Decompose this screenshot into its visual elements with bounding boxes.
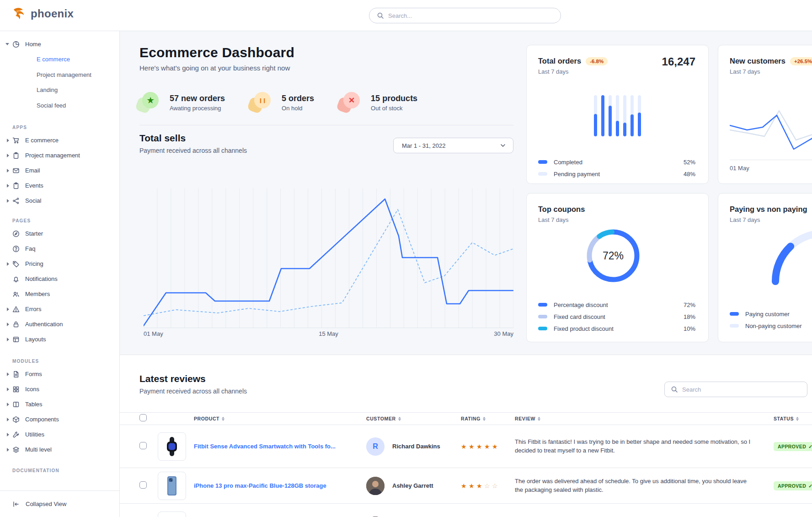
sidebar-item-label: Utilities bbox=[25, 431, 44, 438]
customer-name: Richard Dawkins bbox=[392, 443, 440, 450]
sidebar-subitem-e-commerce[interactable]: E commerce bbox=[0, 52, 119, 67]
sort-icon bbox=[483, 417, 486, 421]
caret-right-icon bbox=[0, 418, 12, 421]
sidebar-item-label: E commerce bbox=[25, 137, 59, 144]
caret-right-icon bbox=[0, 169, 12, 172]
box-icon bbox=[12, 416, 20, 423]
sidebar-item-notifications[interactable]: Notifications bbox=[0, 271, 119, 286]
phoenix-logo-icon bbox=[12, 6, 27, 21]
sidebar-item-label: Social bbox=[25, 197, 41, 204]
column-header-product[interactable]: PRODUCT bbox=[158, 416, 366, 421]
card-title: Paying vs non paying bbox=[730, 205, 807, 214]
dashboard-main: Ecommerce Dashboard Here's what's going … bbox=[120, 31, 812, 355]
column-header-rating[interactable]: RATING bbox=[461, 416, 515, 421]
sidebar-item-multi-level[interactable]: Multi level bbox=[0, 442, 119, 457]
product-thumbnail[interactable] bbox=[158, 472, 186, 500]
divider bbox=[139, 125, 513, 125]
reviews-search-input[interactable] bbox=[682, 386, 801, 393]
order-bar bbox=[601, 95, 604, 136]
search-icon bbox=[671, 386, 678, 393]
sidebar-subitem-landing[interactable]: Landing bbox=[0, 82, 119, 98]
sidebar-item-project-management[interactable]: Project management bbox=[0, 148, 119, 163]
table-row: ★★★★★☆ It's a Mac, after all. Once you'v… bbox=[120, 504, 812, 517]
sidebar-item-errors[interactable]: Errors bbox=[0, 302, 119, 317]
order-bar bbox=[623, 95, 626, 136]
column-header-review[interactable]: REVIEW bbox=[515, 416, 764, 421]
star-filled-icon: ★ bbox=[484, 443, 491, 450]
card-period: Last 7 days bbox=[538, 216, 697, 223]
cart-icon bbox=[12, 137, 20, 144]
sidebar-section-label: MODULES bbox=[0, 359, 119, 364]
legend-swatch bbox=[538, 327, 547, 330]
sidebar-item-faq[interactable]: Faq bbox=[0, 241, 119, 256]
caret-right-icon bbox=[0, 433, 12, 436]
grid-icon bbox=[12, 386, 20, 393]
question-icon bbox=[12, 245, 20, 253]
sidebar-item-label: Icons bbox=[25, 386, 39, 393]
product-link[interactable]: Fitbit Sense Advanced Smartwatch with To… bbox=[194, 443, 336, 450]
new-customers-chart bbox=[730, 107, 812, 160]
select-all-checkbox[interactable] bbox=[139, 414, 147, 421]
legend-row: Fixed product discount 10% bbox=[538, 323, 695, 334]
sidebar-item-e-commerce[interactable]: E commerce bbox=[0, 133, 119, 148]
product-thumbnail[interactable] bbox=[158, 512, 186, 517]
star-filled-icon: ★ bbox=[461, 443, 468, 450]
layers-icon bbox=[12, 446, 20, 453]
sidebar-item-components[interactable]: Components bbox=[0, 412, 119, 427]
legend-swatch bbox=[730, 312, 739, 316]
card-title: Top coupons bbox=[538, 205, 585, 214]
sidebar-item-utilities[interactable]: Utilities bbox=[0, 427, 119, 442]
brand-logo[interactable]: phoenix bbox=[12, 6, 74, 21]
sidebar-item-starter[interactable]: Starter bbox=[0, 226, 119, 241]
product-thumbnail[interactable] bbox=[158, 432, 186, 461]
sidebar-subitem-project-management[interactable]: Project management bbox=[0, 67, 119, 83]
sidebar-subitem-social-feed[interactable]: Social feed bbox=[0, 98, 119, 113]
caret-right-icon bbox=[0, 199, 12, 203]
sidebar-item-home[interactable]: Home bbox=[0, 37, 119, 52]
sidebar-item-events[interactable]: Events bbox=[0, 178, 119, 193]
sidebar-item-authentication[interactable]: Authentication bbox=[0, 317, 119, 332]
column-header-status[interactable]: STATUS bbox=[764, 416, 812, 421]
new-customers-card: New customers +26.5% Last 7 days 01 May bbox=[718, 45, 812, 184]
order-bar bbox=[638, 95, 641, 136]
caret-right-icon bbox=[0, 139, 12, 142]
row-checkbox[interactable] bbox=[139, 442, 147, 449]
star-icon: ★ bbox=[139, 92, 160, 113]
sidebar-item-members[interactable]: Members bbox=[0, 286, 119, 302]
legend-row: Paying customer bbox=[730, 308, 812, 320]
global-search-input[interactable] bbox=[388, 12, 553, 19]
previous-line bbox=[730, 111, 812, 140]
stat-label: On hold bbox=[282, 105, 314, 112]
page-title: Ecommerce Dashboard bbox=[139, 45, 513, 60]
legend-row: Pending payment 48% bbox=[538, 168, 695, 180]
avatar bbox=[366, 477, 385, 495]
column-header-customer[interactable]: CUSTOMER bbox=[366, 416, 461, 421]
file-icon bbox=[12, 371, 20, 378]
sidebar-item-email[interactable]: Email bbox=[0, 163, 119, 178]
tag-icon bbox=[12, 260, 20, 268]
legend-row: Non-paying customer bbox=[730, 320, 812, 332]
product-link[interactable]: iPhone 13 pro max-Pacific Blue-128GB sto… bbox=[194, 482, 326, 489]
top-navbar: phoenix bbox=[0, 0, 812, 31]
pause-icon: ❙❙ bbox=[251, 92, 272, 113]
legend-swatch bbox=[730, 324, 739, 328]
reviews-search[interactable] bbox=[664, 382, 807, 397]
date-range-select[interactable]: Mar 1 - 31, 2022 bbox=[393, 138, 513, 153]
stat-value: 57 new orders bbox=[170, 94, 225, 103]
collapsed-view-toggle[interactable]: Collapsed View bbox=[0, 490, 119, 517]
sidebar-item-tables[interactable]: Tables bbox=[0, 397, 119, 412]
sidebar-item-icons[interactable]: Icons bbox=[0, 382, 119, 397]
total-sells-x-axis: 01 May 15 May 30 May bbox=[144, 330, 513, 337]
total-orders-card: Total orders -6.8% Last 7 days 16,247 Co… bbox=[526, 45, 709, 184]
legend-swatch bbox=[538, 172, 547, 176]
stat-label: Out of stock bbox=[371, 105, 417, 112]
sidebar-item-social[interactable]: Social bbox=[0, 193, 119, 208]
sidebar-item-label: Layouts bbox=[25, 336, 46, 343]
total-sells-chart bbox=[144, 188, 513, 328]
global-search[interactable] bbox=[369, 8, 561, 23]
sidebar-item-forms[interactable]: Forms bbox=[0, 366, 119, 382]
row-checkbox[interactable] bbox=[139, 481, 147, 489]
sidebar-item-layouts[interactable]: Layouts bbox=[0, 332, 119, 347]
top-coupons-legend: Percentage discount 72% Fixed card disco… bbox=[538, 299, 695, 334]
sidebar-item-pricing[interactable]: Pricing bbox=[0, 256, 119, 271]
